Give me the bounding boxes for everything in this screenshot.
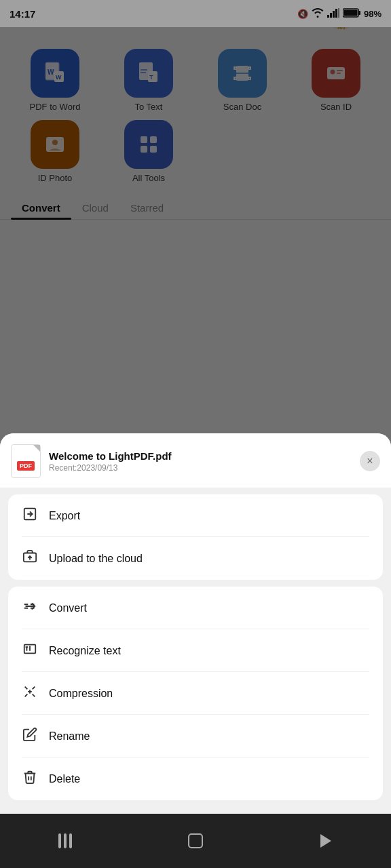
upload-cloud-button[interactable]: Upload to the cloud	[8, 537, 383, 580]
delete-label: Delete	[49, 773, 80, 785]
close-icon: ×	[367, 455, 373, 467]
nav-back-button[interactable]	[305, 821, 346, 861]
recognize-text-button[interactable]: Recognize text	[8, 629, 383, 672]
nav-bar	[0, 814, 391, 868]
compression-icon	[22, 684, 38, 703]
nav-menu-button[interactable]	[45, 821, 86, 861]
pdf-icon-label: PDF	[17, 461, 35, 471]
recognize-text-icon	[22, 642, 38, 660]
sheet-header: PDF Welcome to LightPDF.pdf Recent:2023/…	[0, 433, 391, 488]
nav-home-icon	[188, 833, 203, 848]
convert-label: Convert	[49, 602, 87, 614]
delete-icon	[22, 770, 38, 788]
sheet-section-1: Export Upload to the cloud	[8, 494, 383, 580]
nav-menu-icon	[58, 833, 72, 848]
compression-label: Compression	[49, 688, 113, 700]
sheet-section-2: Convert Recognize text Compression	[8, 587, 383, 800]
delete-button[interactable]: Delete	[8, 757, 383, 800]
file-date: Recent:2023/09/13	[49, 463, 172, 473]
convert-button[interactable]: Convert	[8, 587, 383, 629]
upload-cloud-label: Upload to the cloud	[49, 553, 143, 565]
nav-home-button[interactable]	[175, 821, 216, 861]
export-button[interactable]: Export	[8, 494, 383, 537]
pdf-file-icon: PDF	[11, 444, 41, 478]
file-name: Welcome to LightPDF.pdf	[49, 450, 172, 462]
rename-icon	[22, 727, 38, 745]
compression-button[interactable]: Compression	[8, 672, 383, 715]
bottom-sheet: PDF Welcome to LightPDF.pdf Recent:2023/…	[0, 433, 391, 814]
close-sheet-button[interactable]: ×	[360, 451, 380, 471]
sheet-file-info: PDF Welcome to LightPDF.pdf Recent:2023/…	[11, 444, 172, 478]
rename-label: Rename	[49, 730, 90, 743]
export-label: Export	[49, 510, 80, 522]
recognize-text-label: Recognize text	[49, 645, 121, 657]
pdf-icon-corner	[33, 445, 40, 452]
file-meta: Welcome to LightPDF.pdf Recent:2023/09/1…	[49, 450, 172, 473]
upload-cloud-icon	[22, 549, 38, 568]
convert-icon	[22, 599, 38, 617]
nav-back-icon	[320, 834, 331, 848]
export-icon	[22, 507, 38, 525]
rename-button[interactable]: Rename	[8, 715, 383, 757]
